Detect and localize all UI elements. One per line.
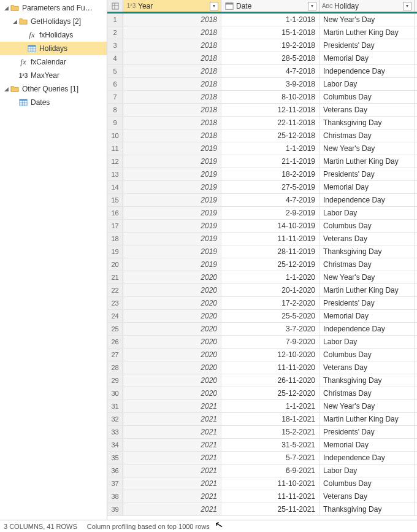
cell-holiday[interactable]: Memorial Day <box>319 310 415 322</box>
cell-holiday[interactable]: Christmas Day <box>319 129 415 142</box>
table-row[interactable]: 2120201-1-2020New Year's Day <box>107 271 417 284</box>
cell-date[interactable]: 18-1-2021 <box>221 413 319 425</box>
table-row[interactable]: 9201822-11-2018Thanksgiving Day <box>107 117 417 129</box>
cell-holiday[interactable]: Martin Luther King Day <box>319 413 415 425</box>
cell-holiday[interactable]: Labor Day <box>319 207 415 219</box>
cell-date[interactable]: 11-11-2021 <box>221 490 319 503</box>
cell-holiday[interactable]: Thanksgiving Day <box>319 117 415 129</box>
row-number[interactable]: 4 <box>107 52 123 64</box>
table-row[interactable]: 12201921-1-2019Martin Luther King Day <box>107 155 417 168</box>
row-number[interactable]: 29 <box>107 374 123 387</box>
row-number[interactable]: 27 <box>107 349 123 361</box>
cell-holiday[interactable]: Martin Luther King Day <box>319 26 415 39</box>
cell-holiday[interactable]: Labor Day <box>319 465 415 477</box>
cell-date[interactable]: 28-11-2019 <box>221 245 319 258</box>
row-number[interactable]: 5 <box>107 65 123 77</box>
cell-year[interactable]: 2020 <box>123 271 221 283</box>
row-number[interactable]: 24 <box>107 310 123 322</box>
cell-date[interactable]: 3-7-2020 <box>221 323 319 335</box>
row-number[interactable]: 36 <box>107 465 123 477</box>
cell-year[interactable]: 2021 <box>123 465 221 477</box>
cell-year[interactable]: 2020 <box>123 284 221 296</box>
cell-holiday[interactable]: Christmas Day <box>319 387 415 399</box>
table-row[interactable]: 10201825-12-2018Christmas Day <box>107 129 417 142</box>
cell-holiday[interactable]: Presidents' Day <box>319 39 415 52</box>
cell-year[interactable]: 2018 <box>123 26 221 39</box>
cell-year[interactable]: 2018 <box>123 65 221 77</box>
tree-item-parameters-and-fu-[interactable]: ◢Parameters and Fu… <box>0 1 107 15</box>
row-number[interactable]: 35 <box>107 452 123 464</box>
cell-date[interactable]: 18-2-2019 <box>221 168 319 180</box>
cell-holiday[interactable]: Columbus Day <box>319 349 415 361</box>
row-number[interactable]: 3 <box>107 39 123 52</box>
cell-date[interactable]: 22-11-2018 <box>221 117 319 129</box>
row-number[interactable]: 28 <box>107 361 123 374</box>
table-row[interactable]: 620183-9-2018Labor Day <box>107 78 417 91</box>
expand-icon[interactable]: ◢ <box>2 86 10 92</box>
row-number[interactable]: 22 <box>107 284 123 296</box>
cell-date[interactable]: 3-9-2018 <box>221 78 319 90</box>
table-row[interactable]: 18201911-11-2019Veterans Day <box>107 233 417 245</box>
filter-dropdown-icon[interactable]: ▾ <box>308 2 316 10</box>
cell-year[interactable]: 2018 <box>123 91 221 103</box>
cell-date[interactable]: 28-5-2018 <box>221 52 319 64</box>
expand-icon[interactable]: ◢ <box>11 18 18 25</box>
status-profiling[interactable]: Column profiling based on top 1000 rows <box>87 523 210 530</box>
row-number[interactable]: 33 <box>107 426 123 438</box>
cell-holiday[interactable]: New Year's Day <box>319 13 415 26</box>
cell-date[interactable]: 4-7-2019 <box>221 194 319 206</box>
table-row[interactable]: 23202017-2-2020Presidents' Day <box>107 297 417 310</box>
cell-holiday[interactable]: Veterans Day <box>319 233 415 245</box>
cell-date[interactable]: 11-11-2020 <box>221 361 319 374</box>
row-number[interactable]: 32 <box>107 413 123 425</box>
tree-item-maxyear[interactable]: 1²3MaxYear <box>0 69 107 82</box>
cell-date[interactable]: 1-1-2019 <box>221 142 319 155</box>
cell-holiday[interactable]: Presidents' Day <box>319 168 415 180</box>
table-row[interactable]: 34202131-5-2021Memorial Day <box>107 439 417 452</box>
cell-year[interactable]: 2021 <box>123 452 221 464</box>
cell-year[interactable]: 2020 <box>123 297 221 309</box>
cell-year[interactable]: 2019 <box>123 155 221 168</box>
cell-holiday[interactable]: Memorial Day <box>319 181 415 193</box>
cell-date[interactable]: 11-11-2019 <box>221 233 319 245</box>
row-number[interactable]: 34 <box>107 439 123 451</box>
row-number[interactable]: 25 <box>107 323 123 335</box>
tree-item-other-queries-1-[interactable]: ◢Other Queries [1] <box>0 82 107 96</box>
row-number[interactable]: 16 <box>107 207 123 219</box>
table-row[interactable]: 2520203-7-2020Independence Day <box>107 323 417 336</box>
cell-date[interactable]: 26-11-2020 <box>221 374 319 387</box>
row-number[interactable]: 17 <box>107 220 123 232</box>
cell-date[interactable]: 11-10-2021 <box>221 477 319 490</box>
table-row[interactable]: 33202115-2-2021Presidents' Day <box>107 426 417 439</box>
row-number[interactable]: 10 <box>107 129 123 142</box>
row-number[interactable]: 20 <box>107 258 123 271</box>
cell-date[interactable]: 25-12-2018 <box>221 129 319 142</box>
cell-holiday[interactable]: New Year's Day <box>319 400 415 412</box>
cell-year[interactable]: 2018 <box>123 13 221 26</box>
cell-year[interactable]: 2018 <box>123 117 221 129</box>
table-row[interactable]: 120181-1-2018New Year's Day <box>107 13 417 26</box>
row-number[interactable]: 38 <box>107 490 123 503</box>
cell-date[interactable]: 1-1-2020 <box>221 271 319 283</box>
cell-year[interactable]: 2019 <box>123 194 221 206</box>
table-row[interactable]: 1620192-9-2019Labor Day <box>107 207 417 220</box>
cell-holiday[interactable]: Thanksgiving Day <box>319 503 415 515</box>
cell-year[interactable]: 2019 <box>123 245 221 258</box>
cell-date[interactable]: 21-1-2019 <box>221 155 319 168</box>
table-row[interactable]: 1120191-1-2019New Year's Day <box>107 142 417 155</box>
cell-holiday[interactable]: Memorial Day <box>319 52 415 64</box>
cell-year[interactable]: 2019 <box>123 233 221 245</box>
row-number[interactable]: 6 <box>107 78 123 90</box>
filter-dropdown-icon[interactable]: ▾ <box>403 2 411 10</box>
row-number[interactable]: 39 <box>107 503 123 515</box>
table-row[interactable]: 3620216-9-2021Labor Day <box>107 465 417 477</box>
cell-date[interactable]: 27-5-2019 <box>221 181 319 193</box>
cell-date[interactable]: 25-11-2021 <box>221 503 319 515</box>
row-number[interactable]: 12 <box>107 155 123 168</box>
cell-date[interactable]: 19-2-2018 <box>221 39 319 52</box>
cell-holiday[interactable]: Columbus Day <box>319 91 415 103</box>
cell-year[interactable]: 2020 <box>123 349 221 361</box>
type-date-icon[interactable] <box>224 2 235 10</box>
table-row[interactable]: 14201927-5-2019Memorial Day <box>107 181 417 194</box>
cell-year[interactable]: 2021 <box>123 400 221 412</box>
